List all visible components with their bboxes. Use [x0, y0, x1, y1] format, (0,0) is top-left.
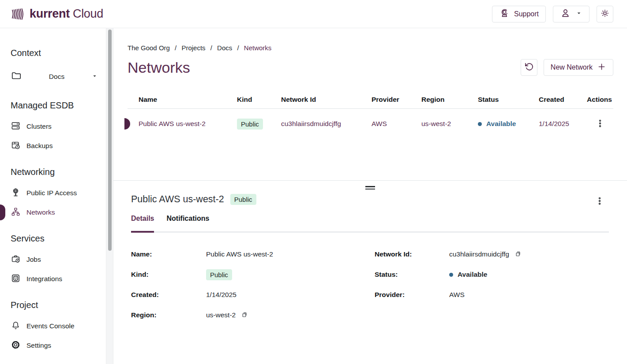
sidebar-item-clusters[interactable]: Clusters: [11, 117, 100, 136]
tab-notifications[interactable]: Notifications: [166, 215, 209, 231]
detail-tabs: Details Notifications: [131, 215, 609, 233]
breadcrumb-separator: /: [210, 44, 212, 52]
detail-panel: Public AWS us-west-2 Public Details: [113, 180, 627, 364]
field-label: Region:: [131, 311, 206, 319]
kebab-icon: [595, 197, 604, 207]
context-selected-label: Docs: [28, 73, 86, 81]
briefcase-clock-icon: [11, 254, 21, 266]
sidebar-item-backups[interactable]: Backups: [11, 136, 100, 156]
panel-resize-handle[interactable]: [365, 186, 375, 191]
breadcrumb-current: Networks: [244, 44, 272, 52]
section-title-services: Services: [11, 233, 100, 244]
sidebar-item-label: Backups: [26, 142, 53, 150]
field-kind: Kind: Public: [131, 264, 375, 285]
sidebar-scrollbar-thumb[interactable]: [108, 30, 112, 251]
field-value: cu3hlaiirsdmuidcjffg: [449, 250, 509, 258]
copy-icon: [514, 250, 522, 259]
field-status: Status: Available: [375, 264, 609, 285]
waves-logo-icon: [11, 7, 26, 22]
field-value: AWS: [449, 291, 609, 299]
servers-icon: [11, 121, 21, 133]
sidebar-item-public-ip-access[interactable]: Public IP Access: [11, 183, 100, 203]
sidebar-item-integrations[interactable]: Integrations: [11, 269, 100, 289]
main-content: The Good Org / Projects / Docs / Network…: [113, 28, 627, 364]
outlet-icon: [11, 273, 21, 285]
support-button[interactable]: Support: [492, 6, 546, 22]
tab-details[interactable]: Details: [131, 215, 154, 231]
new-network-button[interactable]: New Network: [544, 59, 613, 76]
sun-icon: [600, 8, 610, 20]
copy-network-id-button[interactable]: [514, 249, 522, 260]
breadcrumb-separator: /: [175, 44, 176, 52]
sidebar-item-networks[interactable]: Networks: [11, 203, 100, 222]
field-created: Created: 1/14/2025: [131, 285, 375, 305]
backup-box-clock-icon: [11, 140, 21, 152]
col-header-provider: Provider: [372, 96, 421, 104]
detail-actions-button[interactable]: [593, 195, 606, 208]
breadcrumb-projects[interactable]: Projects: [181, 44, 205, 52]
copy-region-button[interactable]: [240, 310, 249, 320]
support-label: Support: [514, 10, 539, 18]
sidebar-section-services: Services Jobs: [11, 233, 100, 289]
field-label: Provider:: [375, 291, 449, 299]
new-network-label: New Network: [551, 63, 593, 71]
field-region: Region: us-west-2: [131, 305, 375, 325]
field-value: Public AWS us-west-2: [206, 250, 375, 258]
rotate-ccw-icon: [524, 62, 534, 73]
headset-icon: [499, 8, 510, 20]
detail-kind-badge: Public: [230, 194, 256, 205]
breadcrumb-org[interactable]: The Good Org: [128, 44, 170, 52]
section-title-managed-esdb: Managed ESDB: [11, 100, 100, 111]
logo[interactable]: kurrentCloud: [11, 7, 103, 22]
bell-icon: [11, 320, 21, 332]
col-header-network-id: Network Id: [281, 96, 372, 104]
row-actions-button[interactable]: [594, 117, 606, 131]
logo-suffix: Cloud: [73, 7, 103, 20]
detail-header: Public AWS us-west-2 Public: [113, 181, 627, 205]
cell-provider: AWS: [372, 120, 421, 128]
field-provider: Provider: AWS: [375, 285, 609, 305]
sidebar-item-label: Events Console: [26, 322, 75, 330]
theme-toggle-button[interactable]: [597, 6, 613, 22]
cell-region: us-west-2: [421, 120, 478, 128]
col-header-name: Name: [128, 96, 237, 104]
user-menu-button[interactable]: [553, 6, 589, 22]
sidebar-section-context: Context Docs: [11, 47, 100, 89]
tab-label: Details: [131, 215, 154, 222]
context-selector-docs[interactable]: Docs: [11, 64, 98, 89]
kind-badge: Public: [237, 119, 263, 130]
networks-table: Name Kind Network Id Provider Region Sta…: [128, 90, 613, 139]
col-header-region: Region: [421, 96, 478, 104]
section-title-networking: Networking: [11, 166, 100, 178]
sidebar-section-managed-esdb: Managed ESDB Clusters: [11, 100, 100, 156]
app-header: kurrentCloud Support: [0, 0, 627, 28]
cell-created: 1/14/2025: [539, 120, 587, 128]
detail-fields-right: Network Id: cu3hlaiirsdmuidcjffg: [375, 244, 609, 325]
status-label: Available: [458, 271, 488, 279]
field-label: Name:: [131, 250, 206, 258]
page-title: Networks: [128, 59, 190, 76]
field-network-id: Network Id: cu3hlaiirsdmuidcjffg: [375, 244, 609, 264]
section-title-context: Context: [11, 47, 100, 59]
gear-icon: [11, 340, 21, 352]
refresh-button[interactable]: [521, 59, 537, 76]
tab-label: Notifications: [166, 215, 209, 222]
sidebar-item-label: Jobs: [26, 256, 41, 264]
sidebar-scrollbar[interactable]: [106, 28, 113, 364]
status-dot: [449, 273, 453, 277]
field-label: Network Id:: [375, 250, 449, 258]
sidebar: Context Docs Managed ES: [0, 28, 113, 364]
sidebar-section-project: Project Events Console: [11, 299, 100, 355]
sidebar-item-settings[interactable]: Settings: [11, 336, 100, 355]
section-title-project: Project: [11, 299, 100, 311]
folder-icon: [11, 70, 22, 83]
cell-name[interactable]: Public AWS us-west-2: [128, 120, 237, 128]
page-actions: New Network: [521, 59, 613, 76]
sidebar-item-jobs[interactable]: Jobs: [11, 250, 100, 269]
detail-fields-left: Name: Public AWS us-west-2 Kind: Public …: [131, 244, 375, 325]
sidebar-item-events-console[interactable]: Events Console: [11, 316, 100, 336]
breadcrumb-docs[interactable]: Docs: [217, 44, 232, 52]
status-label: Available: [486, 120, 516, 128]
table-row[interactable]: Public AWS us-west-2 Public cu3hlaiirsdm…: [128, 109, 613, 139]
field-label: Kind:: [131, 271, 206, 279]
